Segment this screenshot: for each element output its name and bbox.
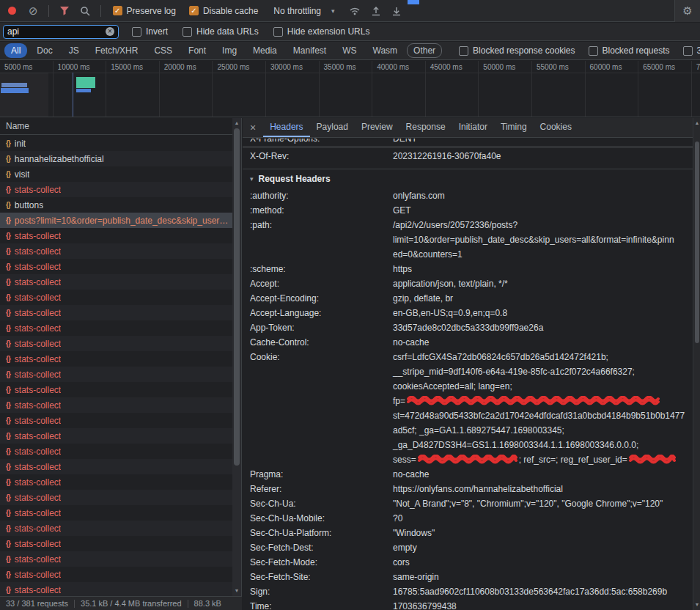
filter-funnel-icon[interactable] bbox=[59, 6, 70, 15]
filter-blocked-response-cookies-checkbox[interactable]: Blocked response cookies bbox=[459, 45, 575, 56]
details-scrollbar[interactable]: ▲ ▼ bbox=[693, 118, 700, 610]
script-file-icon: {} bbox=[6, 478, 10, 486]
request-row[interactable]: {}stats-collect bbox=[0, 397, 232, 413]
request-headers-section-header[interactable]: ▾ Request Headers bbox=[243, 169, 693, 188]
request-row[interactable]: {}stats-collect bbox=[0, 567, 232, 582]
filter-pill-media[interactable]: Media bbox=[246, 43, 284, 58]
tab-initiator[interactable]: Initiator bbox=[452, 118, 494, 137]
request-row[interactable]: {}hannahelizabethofficial bbox=[0, 151, 232, 166]
divider bbox=[188, 600, 188, 608]
tab-timing[interactable]: Timing bbox=[494, 118, 534, 137]
request-row[interactable]: {}stats-collect bbox=[0, 259, 232, 274]
tab-payload[interactable]: Payload bbox=[310, 118, 355, 137]
request-row[interactable]: {}stats-collect bbox=[0, 505, 232, 521]
filter-pill-all[interactable]: All bbox=[4, 43, 27, 58]
header-value-line: __stripe_mid=9df140f6-e64a-419e-85fc-a1c… bbox=[393, 364, 687, 379]
script-file-icon: {} bbox=[6, 185, 10, 194]
filter-pill-img[interactable]: Img bbox=[215, 43, 243, 58]
record-button[interactable] bbox=[8, 7, 16, 15]
request-row[interactable]: {}stats-collect bbox=[0, 228, 232, 243]
clear-filter-icon[interactable]: × bbox=[106, 27, 114, 36]
timeline-tick-label: 10000 ms bbox=[54, 61, 106, 71]
header-row: Referer:https://onlyfans.com/hannaheliza… bbox=[243, 482, 693, 496]
request-row[interactable]: {}stats-collect bbox=[0, 382, 232, 397]
status-bar: 33 / 381 requests35.1 kB / 4.4 MB transf… bbox=[0, 596, 242, 610]
disable-cache-checkbox[interactable]: Disable cache bbox=[189, 6, 258, 16]
scroll-up-icon[interactable]: ▲ bbox=[693, 119, 700, 128]
request-list-scrollbar[interactable]: ▲ ▼ bbox=[232, 118, 241, 596]
request-row[interactable]: {}stats-collect bbox=[0, 243, 232, 259]
filter-pill-js[interactable]: JS bbox=[62, 43, 86, 58]
filter-pill-ws[interactable]: WS bbox=[336, 43, 363, 58]
filter-hide-data-urls-checkbox[interactable]: Hide data URLs bbox=[183, 26, 259, 37]
timeline-tick-label: 50000 ms bbox=[479, 61, 531, 71]
request-row[interactable]: {}stats-collect bbox=[0, 428, 232, 444]
filter-pill-fetch-xhr[interactable]: Fetch/XHR bbox=[89, 43, 145, 58]
request-row[interactable]: {}stats-collect bbox=[0, 551, 232, 567]
request-row[interactable]: {}stats-collect bbox=[0, 536, 232, 551]
request-row[interactable]: {}init bbox=[0, 136, 232, 151]
export-har-icon[interactable] bbox=[391, 6, 402, 16]
filter-pill-other[interactable]: Other bbox=[407, 43, 442, 58]
request-row[interactable]: {}stats-collect bbox=[0, 582, 232, 596]
scrollbar-thumb[interactable] bbox=[234, 128, 240, 466]
status-segment: 35.1 kB / 4.4 MB transferred bbox=[81, 599, 182, 608]
network-conditions-icon[interactable] bbox=[349, 6, 361, 15]
request-row[interactable]: {}stats-collect bbox=[0, 336, 232, 351]
request-row[interactable]: {}stats-collect bbox=[0, 459, 232, 474]
request-row[interactable]: {}stats-collect bbox=[0, 444, 232, 459]
filter-invert-checkbox[interactable]: Invert bbox=[132, 26, 168, 37]
filter-input[interactable]: api × bbox=[3, 25, 119, 39]
request-row[interactable]: {}stats-collect bbox=[0, 320, 232, 336]
request-row[interactable]: {}stats-collect bbox=[0, 521, 232, 536]
timeline-tick-label: 70000 m bbox=[692, 61, 700, 71]
scroll-down-icon[interactable]: ▼ bbox=[232, 587, 241, 595]
request-row[interactable]: {}stats-collect bbox=[0, 490, 232, 505]
request-row[interactable]: {}stats-collect bbox=[0, 474, 232, 490]
tab-response[interactable]: Response bbox=[399, 118, 452, 137]
request-row[interactable]: {}stats-collect bbox=[0, 367, 232, 382]
tab-preview[interactable]: Preview bbox=[355, 118, 399, 137]
filter-pill-doc[interactable]: Doc bbox=[30, 43, 59, 58]
request-row[interactable]: {}stats-collect bbox=[0, 182, 232, 197]
scrollbar-thumb[interactable] bbox=[695, 142, 699, 343]
script-file-icon: {} bbox=[6, 232, 10, 240]
header-value: "Not_A Brand";v="8", "Chromium";v="120",… bbox=[393, 496, 693, 511]
tab-headers[interactable]: Headers bbox=[263, 118, 309, 137]
checkbox-label: Invert bbox=[146, 26, 168, 37]
request-row[interactable]: {}posts?limit=10&order=publish_date_desc… bbox=[0, 213, 232, 228]
clear-network-log-icon[interactable]: ⊘ bbox=[29, 5, 38, 16]
filter-3rd-party-requests-checkbox[interactable]: 3rd-party requests bbox=[683, 45, 700, 56]
header-key: :method: bbox=[250, 203, 393, 218]
request-row[interactable]: {}buttons bbox=[0, 197, 232, 213]
request-row[interactable]: {}stats-collect bbox=[0, 274, 232, 290]
filter-pill-font[interactable]: Font bbox=[182, 43, 213, 58]
header-key: App-Token: bbox=[250, 320, 393, 335]
request-details-panel: × HeadersPayloadPreviewResponseInitiator… bbox=[243, 118, 693, 610]
filter-hide-extension-urls-checkbox[interactable]: Hide extension URLs bbox=[273, 26, 370, 37]
request-row[interactable]: {}visit bbox=[0, 166, 232, 182]
close-icon[interactable]: × bbox=[243, 118, 263, 137]
filter-pill-wasm[interactable]: Wasm bbox=[366, 43, 405, 58]
preserve-log-checkbox[interactable]: Preserve log bbox=[113, 6, 176, 16]
scroll-up-icon[interactable]: ▲ bbox=[232, 119, 241, 128]
header-value-text: sess= bbox=[393, 452, 416, 467]
request-row[interactable]: {}stats-collect bbox=[0, 290, 232, 305]
search-icon[interactable] bbox=[80, 6, 90, 16]
name-column-header[interactable]: Name bbox=[0, 118, 241, 135]
tab-cookies[interactable]: Cookies bbox=[534, 118, 578, 137]
script-file-icon: {} bbox=[6, 370, 10, 378]
filter-pill-css[interactable]: CSS bbox=[147, 43, 179, 58]
request-row[interactable]: {}stats-collect bbox=[0, 305, 232, 320]
script-file-icon: {} bbox=[6, 463, 10, 471]
request-row[interactable]: {}stats-collect bbox=[0, 413, 232, 428]
request-row[interactable]: {}stats-collect bbox=[0, 351, 232, 367]
header-row: Sign:16785:5aad9602cf110608b03133de56364… bbox=[243, 584, 693, 599]
filter-blocked-requests-checkbox[interactable]: Blocked requests bbox=[589, 45, 670, 56]
throttling-select[interactable]: No throttling ▾ bbox=[273, 6, 334, 16]
settings-gear-icon[interactable]: ⚙ bbox=[682, 4, 692, 18]
scroll-down-icon[interactable]: ▼ bbox=[693, 600, 700, 609]
filter-pill-manifest[interactable]: Manifest bbox=[287, 43, 333, 58]
import-har-icon[interactable] bbox=[371, 6, 381, 16]
timeline-overview[interactable]: 5000 ms10000 ms15000 ms20000 ms25000 ms3… bbox=[0, 61, 700, 117]
